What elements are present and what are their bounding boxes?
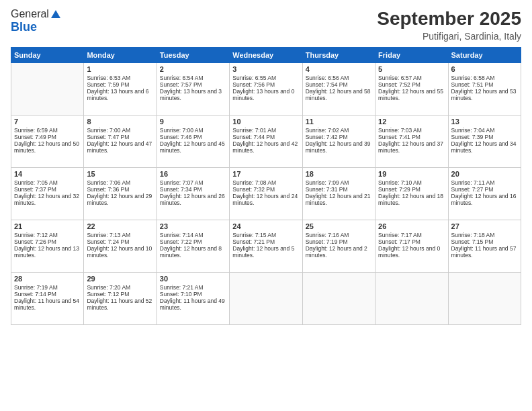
header-friday: Friday — [375, 48, 448, 63]
sunset-text: Sunset: 7:15 PM — [451, 238, 518, 245]
daylight-text: Daylight: 12 hours and 55 minutes. — [378, 88, 445, 101]
sunset-text: Sunset: 7:44 PM — [232, 134, 299, 140]
sunset-text: Sunset: 7:17 PM — [378, 238, 445, 245]
calendar-cell — [230, 273, 302, 325]
sunset-text: Sunset: 7:36 PM — [87, 186, 153, 193]
sunset-text: Sunset: 7:29 PM — [378, 186, 445, 193]
calendar-cell: 19Sunrise: 7:10 AMSunset: 7:29 PMDayligh… — [375, 168, 448, 220]
day-number: 5 — [378, 65, 445, 73]
logo-general-text: General — [11, 8, 49, 20]
daylight-text: Daylight: 12 hours and 53 minutes. — [451, 88, 518, 101]
sunrise-text: Sunrise: 7:02 AM — [306, 127, 372, 134]
header-monday: Monday — [84, 48, 157, 63]
sunset-text: Sunset: 7:31 PM — [306, 186, 372, 193]
calendar-cell: 26Sunrise: 7:17 AMSunset: 7:17 PMDayligh… — [375, 220, 448, 273]
header-wednesday: Wednesday — [230, 48, 302, 63]
day-number: 3 — [232, 65, 299, 73]
sunset-text: Sunset: 7:52 PM — [378, 81, 445, 88]
sunset-text: Sunset: 7:34 PM — [160, 186, 226, 193]
sunrise-text: Sunrise: 7:16 AM — [306, 232, 372, 238]
daylight-text: Daylight: 12 hours and 42 minutes. — [232, 140, 299, 154]
day-number: 19 — [378, 170, 445, 178]
calendar-cell — [448, 273, 521, 325]
day-number: 4 — [306, 65, 372, 73]
sunrise-text: Sunrise: 7:00 AM — [87, 127, 153, 134]
day-number: 12 — [378, 118, 445, 126]
sunrise-text: Sunrise: 7:12 AM — [14, 232, 81, 238]
day-number: 22 — [87, 222, 153, 230]
calendar-cell: 14Sunrise: 7:05 AMSunset: 7:37 PMDayligh… — [11, 168, 84, 220]
day-number: 9 — [160, 118, 226, 126]
calendar-cell: 11Sunrise: 7:02 AMSunset: 7:42 PMDayligh… — [302, 116, 375, 168]
sunrise-text: Sunrise: 7:19 AM — [14, 284, 81, 291]
calendar-week-0: 1Sunrise: 6:53 AMSunset: 7:59 PMDaylight… — [11, 63, 521, 116]
sunset-text: Sunset: 7:51 PM — [451, 81, 518, 88]
sunrise-text: Sunrise: 6:53 AM — [87, 75, 153, 81]
daylight-text: Daylight: 11 hours and 49 minutes. — [160, 298, 226, 311]
calendar-cell: 20Sunrise: 7:11 AMSunset: 7:27 PMDayligh… — [448, 168, 521, 220]
calendar-cell: 1Sunrise: 6:53 AMSunset: 7:59 PMDaylight… — [84, 63, 157, 116]
calendar-cell: 5Sunrise: 6:57 AMSunset: 7:52 PMDaylight… — [375, 63, 448, 116]
daylight-text: Daylight: 12 hours and 34 minutes. — [451, 140, 518, 154]
day-number: 15 — [87, 170, 153, 178]
calendar-cell: 22Sunrise: 7:13 AMSunset: 7:24 PMDayligh… — [84, 220, 157, 273]
logo: General Blue — [11, 8, 61, 34]
sunset-text: Sunset: 7:26 PM — [14, 238, 81, 245]
sunset-text: Sunset: 7:32 PM — [232, 186, 299, 193]
sunrise-text: Sunrise: 7:05 AM — [14, 179, 81, 186]
sunset-text: Sunset: 7:19 PM — [306, 238, 372, 245]
sunrise-text: Sunrise: 7:07 AM — [160, 179, 226, 186]
calendar-week-4: 28Sunrise: 7:19 AMSunset: 7:14 PMDayligh… — [11, 273, 521, 325]
daylight-text: Daylight: 12 hours and 5 minutes. — [232, 245, 299, 259]
daylight-text: Daylight: 12 hours and 2 minutes. — [306, 245, 372, 259]
sunrise-text: Sunrise: 7:18 AM — [451, 232, 518, 238]
calendar-cell: 27Sunrise: 7:18 AMSunset: 7:15 PMDayligh… — [448, 220, 521, 273]
daylight-text: Daylight: 12 hours and 29 minutes. — [87, 193, 153, 206]
calendar-cell: 13Sunrise: 7:04 AMSunset: 7:39 PMDayligh… — [448, 116, 521, 168]
sunrise-text: Sunrise: 7:00 AM — [160, 127, 226, 134]
logo-line1: General — [11, 8, 61, 20]
calendar-cell: 9Sunrise: 7:00 AMSunset: 7:46 PMDaylight… — [157, 116, 229, 168]
day-number: 18 — [306, 170, 372, 178]
daylight-text: Daylight: 12 hours and 50 minutes. — [14, 140, 81, 154]
sunset-text: Sunset: 7:49 PM — [14, 134, 81, 140]
svg-marker-0 — [51, 10, 60, 18]
title-block: September 2025 Putifigari, Sardinia, Ita… — [377, 8, 521, 42]
calendar-cell: 6Sunrise: 6:58 AMSunset: 7:51 PMDaylight… — [448, 63, 521, 116]
day-number: 16 — [160, 170, 226, 178]
day-number: 10 — [232, 118, 299, 126]
day-number: 30 — [160, 275, 226, 283]
daylight-text: Daylight: 12 hours and 13 minutes. — [14, 245, 81, 259]
header-tuesday: Tuesday — [157, 48, 229, 63]
daylight-text: Daylight: 12 hours and 37 minutes. — [378, 140, 445, 154]
day-number: 28 — [14, 275, 81, 283]
calendar-cell: 28Sunrise: 7:19 AMSunset: 7:14 PMDayligh… — [11, 273, 84, 325]
sunrise-text: Sunrise: 7:09 AM — [306, 179, 372, 186]
daylight-text: Daylight: 11 hours and 57 minutes. — [451, 245, 518, 259]
calendar-cell: 30Sunrise: 7:21 AMSunset: 7:10 PMDayligh… — [157, 273, 229, 325]
daylight-text: Daylight: 12 hours and 21 minutes. — [306, 193, 372, 206]
logo-line2: Blue — [11, 20, 37, 34]
sunrise-text: Sunrise: 7:03 AM — [378, 127, 445, 134]
sunrise-text: Sunrise: 6:55 AM — [232, 75, 299, 81]
day-number: 13 — [451, 118, 518, 126]
sunset-text: Sunset: 7:24 PM — [87, 238, 153, 245]
sunset-text: Sunset: 7:41 PM — [378, 134, 445, 140]
sunset-text: Sunset: 7:27 PM — [451, 186, 518, 193]
location: Putifigari, Sardinia, Italy — [377, 31, 521, 42]
calendar-cell: 29Sunrise: 7:20 AMSunset: 7:12 PMDayligh… — [84, 273, 157, 325]
sunrise-text: Sunrise: 7:10 AM — [378, 179, 445, 186]
sunrise-text: Sunrise: 7:11 AM — [451, 179, 518, 186]
daylight-text: Daylight: 12 hours and 10 minutes. — [87, 245, 153, 259]
calendar-cell — [11, 63, 84, 116]
month-title: September 2025 — [377, 8, 521, 30]
calendar-week-3: 21Sunrise: 7:12 AMSunset: 7:26 PMDayligh… — [11, 220, 521, 273]
calendar-cell: 21Sunrise: 7:12 AMSunset: 7:26 PMDayligh… — [11, 220, 84, 273]
sunrise-text: Sunrise: 7:08 AM — [232, 179, 299, 186]
daylight-text: Daylight: 13 hours and 0 minutes. — [232, 88, 299, 101]
sunset-text: Sunset: 7:39 PM — [451, 134, 518, 140]
day-number: 6 — [451, 65, 518, 73]
sunrise-text: Sunrise: 7:01 AM — [232, 127, 299, 134]
day-number: 24 — [232, 222, 299, 230]
calendar-cell: 23Sunrise: 7:14 AMSunset: 7:22 PMDayligh… — [157, 220, 229, 273]
